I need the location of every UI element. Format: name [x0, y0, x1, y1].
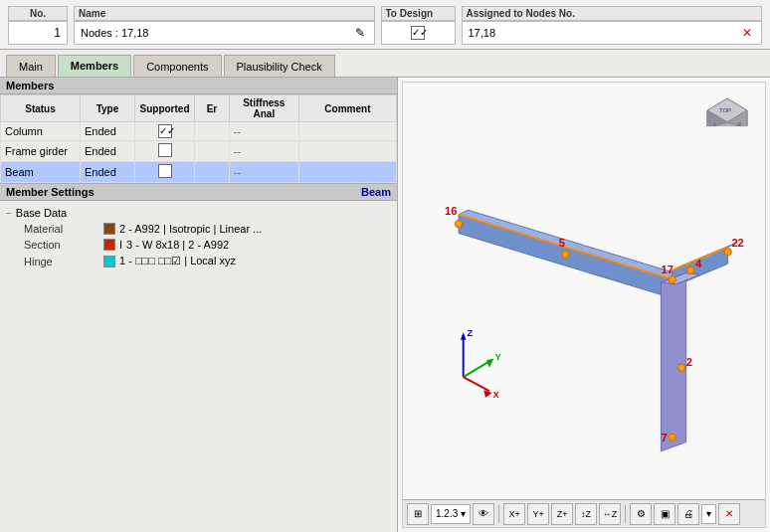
member-settings-section: Member Settings Beam − Base Data Materia… [0, 183, 397, 532]
item-label-hinge: Hinge [24, 256, 103, 267]
svg-point-17 [562, 251, 569, 258]
toolbar-btn-zplus[interactable]: Z+ [551, 503, 573, 525]
toolbar-btn-close[interactable]: ✕ [718, 503, 740, 525]
table-row[interactable]: Beam Ended -- [1, 162, 397, 183]
settings-beam-label: Beam [361, 186, 391, 198]
svg-text:17: 17 [661, 264, 673, 275]
svg-point-18 [669, 275, 675, 282]
col-header-type: Type [81, 95, 135, 122]
tab-main[interactable]: Main [6, 55, 56, 77]
members-table-wrapper: Status Type Supported Er Stiffness Anal … [0, 94, 397, 183]
tree-item-section[interactable]: Section I 3 - W 8x18 | 2 - A992 [0, 237, 397, 253]
name-field: Name Nodes : 17,18 ✎ [74, 6, 375, 45]
item-value-hinge: 1 - □□□ □□☑ | Local xyz [103, 255, 236, 267]
name-value: Nodes : 17,18 ✎ [74, 21, 375, 45]
toolbar-dropdown-123[interactable]: 1.2.3 ▾ [431, 504, 471, 524]
svg-text:X: X [493, 390, 500, 400]
tree-item-material[interactable]: Material 2 - A992 | Isotropic | Linear .… [0, 221, 397, 237]
cell-supported[interactable]: ✓ [135, 122, 195, 141]
item-value-section: I 3 - W 8x18 | 2 - A992 [103, 239, 229, 251]
col-header-supported: Supported [135, 95, 195, 122]
to-design-checkbox[interactable]: ✓ [411, 26, 425, 40]
separator-2 [625, 505, 626, 523]
tree-group-header[interactable]: − Base Data [0, 205, 397, 221]
cell-er [195, 162, 230, 183]
section-color-box [103, 239, 115, 251]
svg-text:22: 22 [731, 238, 743, 250]
table-row[interactable]: Frame girder Ended -- [1, 141, 397, 162]
svg-point-19 [687, 266, 694, 273]
assigned-value: 17,18 ✕ [462, 21, 763, 45]
toolbar-dropdown-more[interactable]: ▾ [701, 504, 716, 524]
cell-status: Frame girder [1, 141, 81, 162]
edit-icon[interactable]: ✎ [352, 25, 368, 41]
settings-header: Member Settings Beam [0, 184, 397, 201]
svg-point-21 [677, 364, 684, 371]
item-value-material: 2 - A992 | Isotropic | Linear ... [103, 223, 262, 235]
svg-point-20 [724, 248, 731, 255]
tree-item-hinge[interactable]: Hinge 1 - □□□ □□☑ | Local xyz [0, 253, 397, 269]
toolbar-btn-iz[interactable]: ↔Z [599, 503, 621, 525]
cell-supported[interactable] [135, 162, 195, 183]
svg-rect-7 [403, 126, 765, 451]
right-panel: TOP L R [398, 78, 770, 532]
svg-text:4: 4 [695, 258, 702, 269]
col-header-status: Status [1, 95, 81, 122]
cell-type: Ended [81, 122, 135, 141]
cell-stiffness: -- [229, 122, 298, 141]
tab-plausibility[interactable]: Plausibility Check [224, 55, 335, 77]
cell-comment [298, 162, 396, 183]
toolbar-btn-box[interactable]: ▣ [654, 503, 675, 525]
table-row[interactable]: Column Ended ✓ -- [1, 122, 397, 141]
svg-point-22 [669, 434, 675, 441]
tree-group-base-data: − Base Data Material 2 - A992 | Isotropi… [0, 205, 397, 269]
cell-stiffness: -- [229, 141, 298, 162]
col-header-comment: Comment [298, 95, 396, 122]
toolbar-btn-yplus[interactable]: Y+ [527, 503, 549, 525]
name-label: Name [74, 6, 375, 21]
members-section-header: Members [0, 78, 397, 94]
viewport-toolbar: ⊞ 1.2.3 ▾ 👁 X+ Y+ Z+ ↕Z ↔Z ⚙ ▣ 🖨 ▾ ✕ [403, 499, 765, 527]
assigned-field: Assigned to Nodes No. 17,18 ✕ [462, 6, 763, 45]
cell-supported[interactable] [135, 141, 195, 162]
settings-tree: − Base Data Material 2 - A992 | Isotropi… [0, 201, 397, 273]
toolbar-btn-print[interactable]: 🖨 [677, 503, 699, 525]
cell-stiffness: -- [229, 162, 298, 183]
svg-text:5: 5 [559, 238, 565, 250]
no-label: No. [8, 6, 68, 21]
toolbar-btn-xplus[interactable]: X+ [503, 503, 525, 525]
no-value: 1 [8, 21, 68, 45]
svg-text:16: 16 [445, 205, 457, 217]
toolbar-btn-lz[interactable]: ↕Z [575, 503, 597, 525]
to-design-field: To Design ✓ [381, 6, 456, 45]
tab-members[interactable]: Members [58, 55, 131, 77]
toolbar-btn-eye[interactable]: 👁 [473, 503, 494, 525]
group-label: Base Data [16, 207, 67, 219]
cell-er [195, 141, 230, 162]
to-design-value[interactable]: ✓ [381, 21, 456, 45]
svg-text:7: 7 [661, 433, 667, 444]
svg-text:Y: Y [494, 352, 501, 362]
cell-comment [298, 141, 396, 162]
settings-title: Member Settings [6, 186, 95, 198]
hinge-color-box [103, 256, 115, 267]
to-design-label: To Design [381, 6, 456, 21]
scene-container: 16 5 17 4 22 2 7 Z [403, 83, 765, 495]
cell-comment [298, 122, 396, 141]
scene-svg: 16 5 17 4 22 2 7 Z [403, 83, 765, 495]
item-label-section: Section [24, 239, 103, 251]
expand-icon: − [6, 208, 12, 219]
tab-components[interactable]: Components [133, 55, 221, 77]
col-header-stiffness: Stiffness Anal [229, 95, 298, 122]
members-section: Members Status Type Supported Er Stiffne… [0, 78, 397, 183]
toolbar-btn-settings[interactable]: ⚙ [630, 503, 652, 525]
material-color-box [103, 223, 115, 235]
cell-type: Ended [81, 162, 135, 183]
item-label-material: Material [24, 223, 103, 235]
delete-icon[interactable]: ✕ [739, 25, 755, 41]
assigned-label: Assigned to Nodes No. [462, 6, 763, 21]
cell-status: Beam [1, 162, 81, 183]
toolbar-btn-grid[interactable]: ⊞ [407, 503, 429, 525]
svg-text:2: 2 [686, 356, 692, 368]
cell-type: Ended [81, 141, 135, 162]
